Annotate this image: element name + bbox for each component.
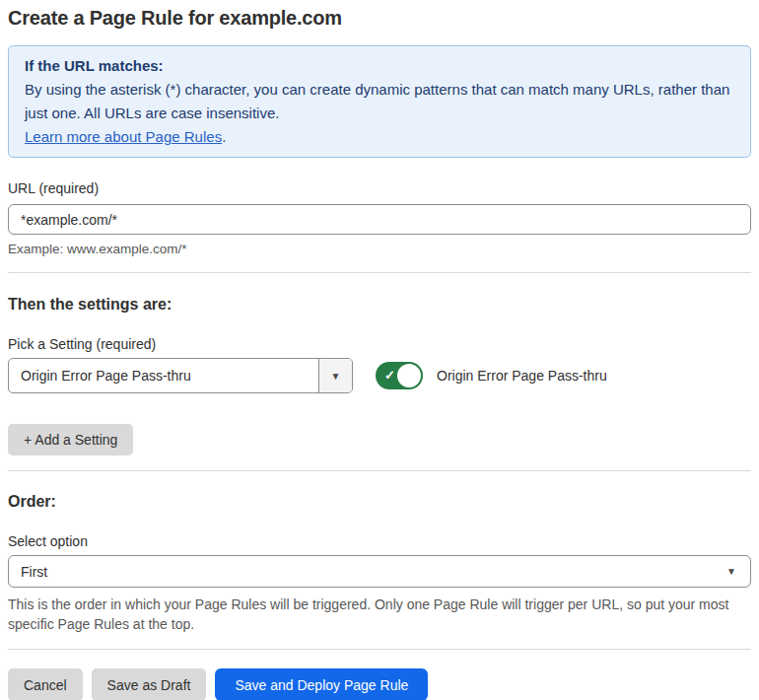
learn-more-link[interactable]: Learn more about Page Rules xyxy=(25,128,222,145)
add-setting-button[interactable]: + Add a Setting xyxy=(8,424,133,455)
save-as-draft-button[interactable]: Save as Draft xyxy=(92,668,207,700)
order-helper-text: This is the order in which your Page Rul… xyxy=(8,595,745,634)
order-select-value: First xyxy=(21,564,47,580)
chevron-down-icon: ▼ xyxy=(726,566,736,577)
info-box-link-line: Learn more about Page Rules. xyxy=(25,125,734,149)
order-select-label: Select option xyxy=(8,533,751,549)
divider xyxy=(8,470,751,471)
order-section-heading: Order: xyxy=(8,493,751,511)
url-example-helper: Example: www.example.com/* xyxy=(8,242,751,257)
divider xyxy=(8,649,751,650)
origin-error-toggle[interactable]: ✓ xyxy=(376,362,423,389)
origin-error-toggle-group: ✓ Origin Error Page Pass-thru xyxy=(376,362,607,389)
chevron-down-icon: ▼ xyxy=(331,371,341,382)
toggle-knob xyxy=(397,364,421,387)
page-title: Create a Page Rule for example.com xyxy=(8,6,751,30)
pick-setting-label: Pick a Setting (required) xyxy=(8,336,751,352)
info-box-heading: If the URL matches: xyxy=(25,54,734,78)
save-and-deploy-button[interactable]: Save and Deploy Page Rule xyxy=(215,668,428,700)
url-field-label: URL (required) xyxy=(8,180,751,196)
setting-select[interactable]: Origin Error Page Pass-thru ▼ xyxy=(8,358,353,393)
settings-section-heading: Then the settings are: xyxy=(8,296,751,314)
check-icon: ✓ xyxy=(384,369,395,382)
cancel-button[interactable]: Cancel xyxy=(8,668,83,700)
toggle-label: Origin Error Page Pass-thru xyxy=(437,368,607,384)
url-input[interactable] xyxy=(8,204,751,235)
url-match-info-box: If the URL matches: By using the asteris… xyxy=(8,45,751,158)
order-select[interactable]: First ▼ xyxy=(8,555,751,588)
create-page-rule-form: Create a Page Rule for example.com If th… xyxy=(0,0,759,700)
setting-select-value: Origin Error Page Pass-thru xyxy=(9,359,318,392)
link-period: . xyxy=(222,128,226,145)
footer-actions: Cancel Save as Draft Save and Deploy Pag… xyxy=(8,668,751,700)
info-box-body: By using the asterisk (*) character, you… xyxy=(25,78,734,125)
divider xyxy=(8,272,751,273)
setting-row: Origin Error Page Pass-thru ▼ ✓ Origin E… xyxy=(8,358,751,393)
setting-select-arrow-segment[interactable]: ▼ xyxy=(318,359,352,392)
